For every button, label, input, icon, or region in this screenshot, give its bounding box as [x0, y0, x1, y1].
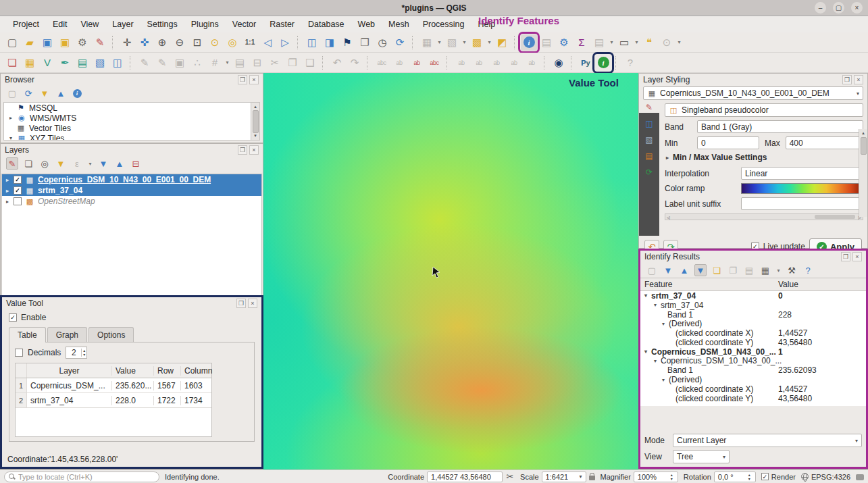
table-row[interactable]: 2 srtm_37_04 228.0 1722 1734 [16, 393, 211, 408]
map-canvas[interactable] [263, 73, 638, 469]
collapse-icon[interactable]: ▾ [8, 135, 14, 141]
show-bookmarks-button[interactable]: ❐ [357, 34, 373, 51]
pan-to-selection-button[interactable]: ✜ [136, 34, 153, 51]
scale-select[interactable]: 1:6421▾ [542, 472, 586, 482]
filter-by-expression-button[interactable]: ε [71, 157, 83, 170]
styling-vscrollbar[interactable]: ▴ [859, 129, 867, 217]
add-record-button[interactable]: ∴ [189, 55, 205, 71]
browser-scrollbar[interactable]: ▴ ▾ [251, 103, 259, 140]
zoom-to-selected-dropdown[interactable]: ▾ [676, 34, 682, 51]
copy-features-button[interactable]: ❐ [284, 55, 301, 71]
tree-row[interactable]: (clicked coordinate Y)43,56480 [640, 338, 866, 347]
menu-project[interactable]: Project [7, 18, 45, 31]
project-properties-button[interactable]: ⚙ [74, 34, 91, 51]
toggle-extents-icon[interactable]: ✂ [505, 471, 515, 483]
value-column-header[interactable]: Value [778, 280, 866, 289]
change-label-properties-button[interactable]: ab [506, 55, 522, 71]
filter-legend-button[interactable]: ▼ [55, 157, 67, 170]
scroll-thumb[interactable] [861, 137, 867, 155]
save-project-as-button[interactable]: ▣ [57, 34, 73, 51]
pin-labels-button[interactable]: ab [409, 55, 425, 71]
undo-button[interactable]: ↶ [329, 55, 345, 71]
statistical-summary-button[interactable]: Σ [573, 34, 590, 51]
expand-icon[interactable]: ▸ [5, 199, 10, 205]
minmax-settings-toggle[interactable]: ▸ Min / Max Value Settings [666, 153, 863, 162]
browser-item-wms[interactable]: ▸ ◉ WMS/WMTS [4, 113, 259, 123]
deselect-features-dropdown[interactable]: ▾ [461, 34, 467, 51]
tree-row[interactable]: ▾Copernicus_DSM_10_N43_00_...1 [640, 347, 866, 357]
delete-selected-button[interactable]: ⊟ [249, 55, 265, 71]
scroll-left-icon[interactable]: ◁ [667, 215, 670, 220]
menu-plugins[interactable]: Plugins [185, 18, 225, 31]
messages-icon[interactable] [856, 474, 864, 480]
menu-raster[interactable]: Raster [263, 18, 301, 31]
layer-checkbox[interactable]: ✓ [14, 186, 22, 195]
layer-row-srtm[interactable]: ▸ ✓ ▦ srtm_37_04 [2, 185, 261, 196]
browser-add-layer-button[interactable]: ▢ [6, 87, 18, 99]
styling-undock-icon[interactable]: ❐ [842, 75, 852, 84]
browser-refresh-button[interactable]: ⟳ [22, 87, 34, 99]
expand-all-button[interactable]: ▼ [97, 157, 109, 170]
scroll-up-icon[interactable]: ▴ [862, 130, 865, 136]
browser-item-xyz-tiles[interactable]: ▾ ▦ XYZ Tiles [4, 133, 259, 141]
tree-row[interactable]: Band 1228 [640, 310, 866, 320]
layer-labeling-button[interactable]: abc [374, 55, 390, 71]
open-attribute-table-button[interactable]: ▤ [591, 34, 607, 51]
osm-place-search-button[interactable]: ◉ [551, 55, 567, 71]
zoom-out-button[interactable]: ⊖ [172, 34, 188, 51]
open-project-button[interactable]: ▰ [22, 34, 38, 51]
browser-properties-button[interactable]: i [71, 87, 83, 99]
new-map-view-button[interactable]: ◫ [304, 34, 320, 51]
browser-close-icon[interactable]: × [249, 75, 259, 84]
col-column[interactable]: Column [181, 366, 211, 376]
close-button[interactable]: × [851, 2, 863, 14]
scroll-down-icon[interactable]: ▾ [254, 133, 257, 138]
history-tab-icon[interactable]: ⟳ [642, 167, 656, 178]
scroll-up-icon[interactable]: ▴ [254, 104, 257, 109]
menu-mesh[interactable]: Mesh [382, 18, 415, 31]
identify-settings-button[interactable]: ⚒ [786, 264, 798, 276]
print-response-button[interactable]: ▤ [743, 264, 755, 276]
save-layer-edits-button[interactable]: ▣ [172, 55, 188, 71]
min-input[interactable]: 0 [697, 136, 759, 149]
python-console-button[interactable]: Py [578, 55, 594, 71]
expand-tree-button[interactable]: ▼ [662, 264, 674, 276]
select-by-expression-dropdown[interactable]: ▾ [486, 34, 492, 51]
new-project-button[interactable]: ▢ [4, 34, 20, 51]
toggle-editing-button[interactable]: ✎ [154, 55, 170, 71]
col-row[interactable]: Row [154, 366, 181, 376]
collapse-icon[interactable]: ▾ [661, 321, 666, 327]
scroll-thumb[interactable] [815, 215, 855, 219]
add-vector-layer-button[interactable]: V [39, 55, 55, 71]
redo-button[interactable]: ↷ [347, 55, 363, 71]
rotation-input[interactable]: 0,0 °▴▾ [714, 472, 756, 482]
style-manager-button[interactable]: ✎ [92, 34, 108, 51]
max-input[interactable]: 400 [786, 136, 863, 149]
crs-label[interactable]: EPSG:4326 [811, 473, 850, 481]
zoom-native-button[interactable]: 1:1 [242, 34, 258, 51]
tree-row[interactable]: ▾srtm_37_04 [640, 301, 866, 310]
zoom-full-button[interactable]: ⊡ [189, 34, 205, 51]
minimize-button[interactable]: – [815, 2, 826, 14]
browser-item-vector-tiles[interactable]: ▦ Vector Tiles [4, 123, 259, 133]
interpolation-select[interactable]: Linear [741, 167, 863, 180]
render-checkbox[interactable]: ✓ [761, 473, 769, 480]
tree-row[interactable]: ▾srtm_37_040 [640, 291, 866, 301]
value-tool-toolbar-button[interactable]: i [595, 55, 611, 71]
cut-features-button[interactable]: ✂ [267, 55, 283, 71]
decimals-stepper[interactable]: 2 ▴▾ [66, 347, 87, 359]
scroll-thumb[interactable] [253, 110, 259, 133]
decimals-checkbox[interactable] [15, 349, 23, 357]
tree-row[interactable]: Band 1235.62093 [640, 365, 866, 375]
collapse-icon[interactable]: ▾ [643, 293, 648, 299]
rotate-label-button[interactable]: ab [471, 55, 487, 71]
histogram-tab-icon[interactable]: ▤ [642, 151, 656, 161]
collapse-icon[interactable]: ▾ [661, 377, 666, 383]
tree-row[interactable]: (clicked coordinate X)1,44527 [640, 384, 866, 394]
styling-close-icon[interactable]: × [854, 75, 863, 84]
expand-new-results-button[interactable]: ▼ [694, 264, 707, 276]
col-layer[interactable]: Layer [27, 366, 112, 376]
browser-item-mssql[interactable]: ⚑ MSSQL [4, 103, 259, 113]
identify-features-button[interactable]: i [521, 34, 537, 51]
menu-view[interactable]: View [74, 18, 105, 31]
